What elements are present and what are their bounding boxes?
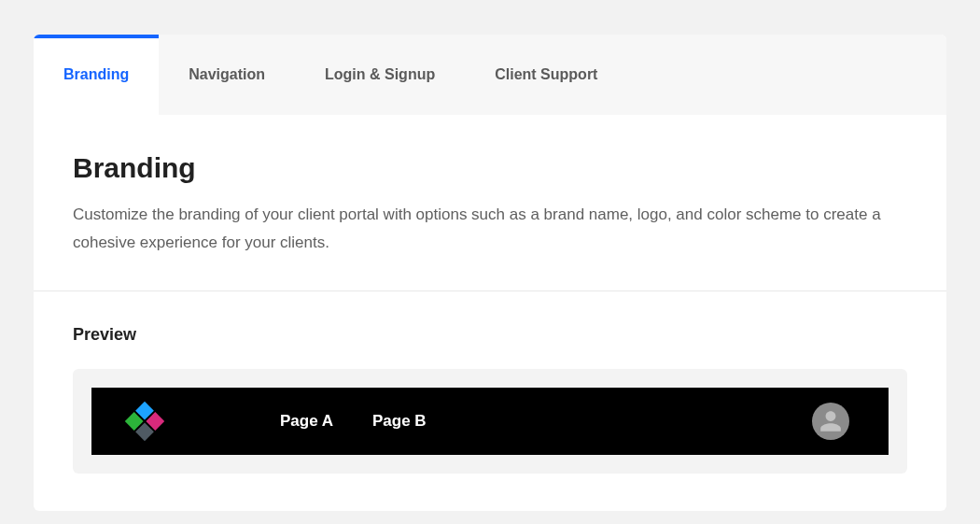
settings-card: Branding Navigation Login & Signup Clien…: [34, 35, 946, 511]
preview-nav-links: Page A Page B: [280, 412, 427, 431]
preview-label: Preview: [73, 325, 907, 345]
tab-login-signup[interactable]: Login & Signup: [295, 35, 465, 115]
preview-box: Page A Page B: [73, 369, 907, 474]
header-section: Branding Customize the branding of your …: [34, 115, 946, 291]
tabs: Branding Navigation Login & Signup Clien…: [34, 35, 946, 115]
tab-client-support[interactable]: Client Support: [465, 35, 627, 115]
page-description: Customize the branding of your client po…: [73, 201, 907, 257]
preview-nav-link-b[interactable]: Page B: [372, 412, 427, 431]
avatar-icon[interactable]: [812, 403, 849, 440]
preview-nav-link-a[interactable]: Page A: [280, 412, 333, 431]
preview-navbar: Page A Page B: [91, 388, 889, 455]
brand-logo-icon: [125, 401, 164, 440]
page-title: Branding: [73, 152, 907, 184]
preview-section: Preview Page A Page B: [34, 291, 946, 511]
tab-branding[interactable]: Branding: [34, 35, 159, 115]
tab-navigation[interactable]: Navigation: [159, 35, 295, 115]
